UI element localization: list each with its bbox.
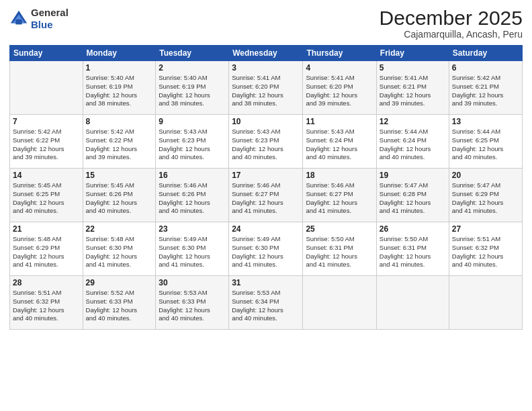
day-number: 20 [452,171,519,180]
calendar-week-5: 28Sunrise: 5:51 AM Sunset: 6:32 PM Dayli… [10,276,523,330]
col-saturday: Saturday [449,46,522,61]
table-row: 27Sunrise: 5:51 AM Sunset: 6:32 PM Dayli… [449,222,522,276]
table-row: 29Sunrise: 5:52 AM Sunset: 6:33 PM Dayli… [83,276,156,330]
table-row: 6Sunrise: 5:42 AM Sunset: 6:21 PM Daylig… [449,61,522,115]
day-info: Sunrise: 5:41 AM Sunset: 6:20 PM Dayligh… [306,74,373,108]
table-row: 30Sunrise: 5:53 AM Sunset: 6:33 PM Dayli… [156,276,229,330]
table-row: 10Sunrise: 5:43 AM Sunset: 6:23 PM Dayli… [229,115,303,169]
calendar-page: General Blue December 2025 Cajamarquilla… [0,0,532,411]
day-info: Sunrise: 5:49 AM Sunset: 6:30 PM Dayligh… [159,235,226,269]
day-info: Sunrise: 5:46 AM Sunset: 6:26 PM Dayligh… [159,181,226,216]
day-number: 1 [86,63,153,73]
table-row [449,276,522,330]
day-number: 24 [232,224,300,234]
day-number: 12 [380,117,446,126]
table-row: 26Sunrise: 5:50 AM Sunset: 6:31 PM Dayli… [376,222,449,276]
day-number: 27 [452,224,519,234]
table-row [303,276,376,330]
day-number: 5 [380,63,446,73]
table-row: 24Sunrise: 5:49 AM Sunset: 6:30 PM Dayli… [229,222,303,276]
day-info: Sunrise: 5:43 AM Sunset: 6:23 PM Dayligh… [159,128,226,162]
col-thursday: Thursday [303,46,376,61]
day-number: 19 [380,171,446,180]
day-info: Sunrise: 5:47 AM Sunset: 6:29 PM Dayligh… [452,181,519,216]
table-row: 2Sunrise: 5:40 AM Sunset: 6:19 PM Daylig… [156,61,229,115]
calendar-table: Sunday Monday Tuesday Wednesday Thursday… [9,45,523,330]
day-info: Sunrise: 5:42 AM Sunset: 6:22 PM Dayligh… [13,128,80,162]
table-row: 8Sunrise: 5:42 AM Sunset: 6:22 PM Daylig… [83,115,156,169]
calendar-week-4: 21Sunrise: 5:48 AM Sunset: 6:29 PM Dayli… [10,222,523,276]
col-monday: Monday [83,46,156,61]
month-title: December 2025 [380,7,523,29]
calendar-week-1: 1Sunrise: 5:40 AM Sunset: 6:19 PM Daylig… [10,61,523,115]
day-info: Sunrise: 5:44 AM Sunset: 6:25 PM Dayligh… [452,128,519,162]
day-info: Sunrise: 5:42 AM Sunset: 6:22 PM Dayligh… [86,128,153,162]
day-number: 16 [159,171,226,180]
table-row: 22Sunrise: 5:48 AM Sunset: 6:30 PM Dayli… [83,222,156,276]
table-row: 20Sunrise: 5:47 AM Sunset: 6:29 PM Dayli… [449,169,522,222]
day-info: Sunrise: 5:53 AM Sunset: 6:33 PM Dayligh… [159,289,226,323]
table-row: 28Sunrise: 5:51 AM Sunset: 6:32 PM Dayli… [10,276,83,330]
header-row: Sunday Monday Tuesday Wednesday Thursday… [10,46,523,61]
day-number: 30 [159,278,226,287]
table-row: 23Sunrise: 5:49 AM Sunset: 6:30 PM Dayli… [156,222,229,276]
logo: General Blue [9,7,69,31]
table-row: 11Sunrise: 5:43 AM Sunset: 6:24 PM Dayli… [303,115,376,169]
col-tuesday: Tuesday [156,46,229,61]
day-number: 9 [159,117,226,126]
day-info: Sunrise: 5:51 AM Sunset: 6:32 PM Dayligh… [452,235,519,269]
table-row [376,276,449,330]
day-number: 4 [306,63,373,73]
day-number: 14 [13,171,80,180]
table-row: 4Sunrise: 5:41 AM Sunset: 6:20 PM Daylig… [303,61,376,115]
col-wednesday: Wednesday [229,46,303,61]
day-number: 25 [306,224,373,234]
day-info: Sunrise: 5:45 AM Sunset: 6:26 PM Dayligh… [86,181,153,216]
day-info: Sunrise: 5:52 AM Sunset: 6:33 PM Dayligh… [86,289,153,323]
table-row: 3Sunrise: 5:41 AM Sunset: 6:20 PM Daylig… [229,61,303,115]
table-row: 25Sunrise: 5:50 AM Sunset: 6:31 PM Dayli… [303,222,376,276]
svg-rect-2 [15,19,21,24]
day-info: Sunrise: 5:46 AM Sunset: 6:27 PM Dayligh… [306,181,373,216]
day-number: 10 [232,117,300,126]
day-info: Sunrise: 5:44 AM Sunset: 6:24 PM Dayligh… [380,128,446,162]
day-info: Sunrise: 5:42 AM Sunset: 6:21 PM Dayligh… [452,74,519,108]
table-row: 16Sunrise: 5:46 AM Sunset: 6:26 PM Dayli… [156,169,229,222]
day-info: Sunrise: 5:53 AM Sunset: 6:34 PM Dayligh… [232,289,300,323]
col-sunday: Sunday [10,46,83,61]
day-number: 7 [13,117,80,126]
table-row: 9Sunrise: 5:43 AM Sunset: 6:23 PM Daylig… [156,115,229,169]
table-row [10,61,83,115]
table-row: 5Sunrise: 5:41 AM Sunset: 6:21 PM Daylig… [376,61,449,115]
day-info: Sunrise: 5:45 AM Sunset: 6:25 PM Dayligh… [13,181,80,216]
day-number: 15 [86,171,153,180]
day-info: Sunrise: 5:51 AM Sunset: 6:32 PM Dayligh… [13,289,80,323]
day-number: 17 [232,171,300,180]
table-row: 1Sunrise: 5:40 AM Sunset: 6:19 PM Daylig… [83,61,156,115]
day-info: Sunrise: 5:46 AM Sunset: 6:27 PM Dayligh… [232,181,300,216]
day-number: 2 [159,63,226,73]
day-number: 22 [86,224,153,234]
day-info: Sunrise: 5:48 AM Sunset: 6:29 PM Dayligh… [13,235,80,269]
day-info: Sunrise: 5:50 AM Sunset: 6:31 PM Dayligh… [306,235,373,269]
table-row: 31Sunrise: 5:53 AM Sunset: 6:34 PM Dayli… [229,276,303,330]
day-number: 6 [452,63,519,73]
table-row: 14Sunrise: 5:45 AM Sunset: 6:25 PM Dayli… [10,169,83,222]
day-number: 18 [306,171,373,180]
title-block: December 2025 Cajamarquilla, Ancash, Per… [380,7,523,40]
table-row: 15Sunrise: 5:45 AM Sunset: 6:26 PM Dayli… [83,169,156,222]
table-row: 12Sunrise: 5:44 AM Sunset: 6:24 PM Dayli… [376,115,449,169]
day-info: Sunrise: 5:40 AM Sunset: 6:19 PM Dayligh… [86,74,153,108]
day-info: Sunrise: 5:40 AM Sunset: 6:19 PM Dayligh… [159,74,226,108]
col-friday: Friday [376,46,449,61]
calendar-week-3: 14Sunrise: 5:45 AM Sunset: 6:25 PM Dayli… [10,169,523,222]
header: General Blue December 2025 Cajamarquilla… [9,7,523,40]
day-info: Sunrise: 5:47 AM Sunset: 6:28 PM Dayligh… [380,181,446,216]
location-title: Cajamarquilla, Ancash, Peru [380,29,523,40]
logo-text: General Blue [31,7,69,31]
logo-general-text: General [31,7,69,19]
day-number: 26 [380,224,446,234]
day-info: Sunrise: 5:49 AM Sunset: 6:30 PM Dayligh… [232,235,300,269]
table-row: 19Sunrise: 5:47 AM Sunset: 6:28 PM Dayli… [376,169,449,222]
table-row: 7Sunrise: 5:42 AM Sunset: 6:22 PM Daylig… [10,115,83,169]
